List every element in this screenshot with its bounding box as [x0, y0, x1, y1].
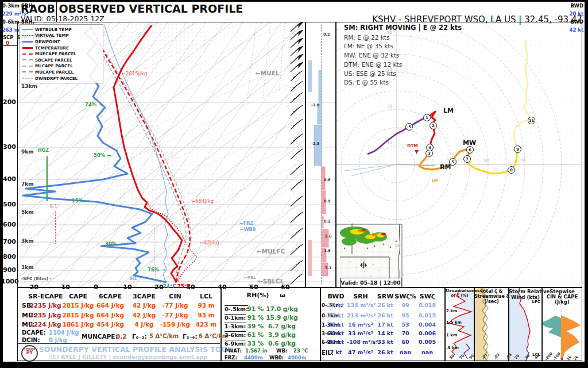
- wetbulb-line-sample: [22, 29, 33, 30]
- table-cell: 33 m²/s²: [347, 331, 374, 336]
- table-cell: -77 J/kg: [158, 302, 192, 309]
- height-tick: 7km: [21, 182, 34, 187]
- motion-line: MW: ENE @ 32 kts: [344, 51, 462, 60]
- height-tick: 5km: [21, 210, 34, 215]
- table-cell: 0.005: [416, 339, 439, 345]
- station-title: KSHV - SHREVEPORT WSO, LA US | 32.45, -9…: [372, 16, 582, 24]
- table-cell: 22 kt: [324, 331, 347, 336]
- motion-line: DS: E @ 55 kts: [344, 78, 462, 87]
- pressure-tick: 900: [1, 267, 16, 273]
- omega-value: 1.9: [324, 249, 331, 253]
- raob-profile-figure: RAOB OBSERVED VERTICAL PROFILE VALID: 05…: [0, 0, 588, 368]
- table-cell: 17 kt: [324, 302, 347, 308]
- hodo-point-marker: 9: [514, 145, 521, 153]
- sounderpy-logo: SOUNDER PY: [21, 345, 38, 362]
- storm-motion-header: SM: RIGHT MOVING | E @ 22 kts: [344, 25, 462, 32]
- x-tick: 20: [514, 354, 520, 360]
- table-cell: 134 m²/s²: [347, 302, 374, 308]
- dtm-label: DTM: [407, 144, 418, 148]
- virtual-temp-line-sample: [22, 35, 33, 36]
- panel-title: (J/kg): [542, 300, 582, 305]
- frz-label: FRZ:: [225, 355, 237, 361]
- table-cell: 423 m: [189, 321, 223, 328]
- panel-title: Wind (kts): [509, 295, 542, 300]
- sbcape-line-sample: [22, 59, 33, 60]
- shear-table: BWD SRH SRW SWζ% SWζ 0-.5km: 17 kt 134 m…: [320, 288, 445, 361]
- rh-label: 76% →: [148, 267, 165, 273]
- frame-right-edge: [585, 0, 588, 368]
- col-header: 3CAPE: [127, 293, 161, 300]
- hodo-point-marker: .5: [405, 123, 413, 131]
- pressure-tick: 500: [1, 201, 16, 208]
- legend-label: TEMPERATURE: [35, 45, 69, 51]
- x-tick: 1k: [566, 355, 572, 361]
- frz-value: 4400m: [244, 355, 263, 361]
- table-cell: 0.015: [416, 313, 439, 319]
- hodo-point-marker: 6: [466, 146, 474, 154]
- temperature-line-sample: [22, 47, 33, 49]
- table-cell: 27 kt: [324, 313, 347, 319]
- cape6-annotation: ←664J/kg: [191, 199, 214, 204]
- height-tick: 1km: [21, 265, 34, 270]
- w-value: 3.9 g/kg: [266, 332, 298, 338]
- col-header: LCL: [189, 293, 223, 300]
- table-cell: 26 kt: [374, 313, 397, 319]
- dcape-value: 1104 J/kg: [49, 330, 79, 336]
- omega-value: -1.0: [311, 103, 319, 108]
- dewpoint-line-sample: [22, 41, 33, 43]
- pressure-tick: 800: [1, 254, 16, 260]
- moisture-table: RH(%) ω 0-.5km: 91 % 17.0 g/kg 0-1km: 91…: [221, 288, 320, 361]
- table-cell: 213 m²/s²: [347, 313, 374, 319]
- y-tick: 2 km: [446, 309, 457, 313]
- panel-title: Streamwiseness: [445, 289, 474, 293]
- table-cell: 0.006: [416, 331, 439, 336]
- ring-label: 50: [387, 68, 392, 72]
- up-label: UP: [432, 179, 438, 183]
- table-cell: 33 kt: [374, 339, 397, 345]
- motion-line: DTM: ENE @ 12 kts: [344, 60, 462, 70]
- wb0-annotation: ←WB0: [240, 228, 256, 232]
- panel-title: (/sec): [474, 300, 509, 304]
- table-cell: 2235 J/kg: [28, 312, 63, 319]
- omega-strip: [306, 24, 335, 286]
- x-tick: .03: [493, 352, 501, 360]
- omega-value: 2.6: [325, 235, 332, 239]
- dcin-label: DCIN:: [22, 338, 40, 343]
- ring-label: 70: [520, 159, 525, 163]
- table-cell: 2815 J/kg: [61, 312, 95, 319]
- col-header: SRW: [374, 293, 397, 300]
- omega-header: ω: [274, 292, 291, 298]
- table-cell: 27 kt: [324, 339, 347, 345]
- motion-line: RM: E @ 22 kts: [344, 33, 462, 43]
- omega-value: 0.2: [324, 220, 331, 224]
- layer-label: 0-1km:: [225, 315, 246, 321]
- col-header: SRH: [347, 293, 374, 300]
- muncape-value: 0.2: [116, 334, 127, 340]
- omega-value: 3.1: [325, 266, 332, 270]
- table-cell: nan: [416, 350, 439, 355]
- y-tick: .5 km: [446, 346, 459, 350]
- rh-value: 61 %: [244, 332, 267, 338]
- pressure-tick: 400: [1, 176, 16, 182]
- frz-annotation: ←FRZ: [239, 221, 253, 226]
- height-tick: 9km: [21, 150, 34, 155]
- table-cell: -159 J/kg: [158, 321, 192, 328]
- layer-label: 6-9km:: [225, 341, 246, 347]
- inflow-marker-blue: [308, 60, 312, 92]
- sfc-height-label: -SFC (84m) -: [21, 277, 52, 281]
- legend-label: WETBULB TEMP: [35, 27, 72, 32]
- muncape-label: MUNCAPE:: [82, 334, 118, 340]
- dwndrft-line-sample: [22, 78, 33, 79]
- col-header: SR-ECAPE: [28, 293, 63, 300]
- table-cell: 19 kt: [324, 322, 347, 328]
- x-tick: 70: [459, 354, 465, 360]
- col-header: CAPE: [61, 293, 95, 300]
- frame-top-edge: [0, 0, 588, 2]
- motion-line: US: ESE @ 25 kts: [344, 70, 462, 79]
- table-cell: 70: [394, 331, 417, 336]
- table-cell: 99: [394, 302, 417, 308]
- hgz-annotation: HGZ: [38, 148, 49, 153]
- page-title: RAOB OBSERVED VERTICAL PROFILE: [21, 3, 243, 14]
- hodo-point-marker: 4: [426, 144, 434, 151]
- hodo-trace-9km-plus: [513, 40, 531, 150]
